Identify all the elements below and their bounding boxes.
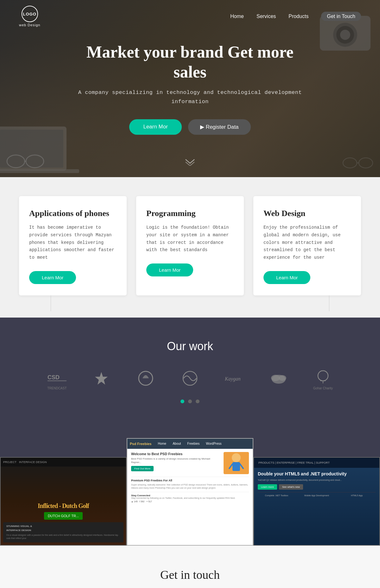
trendcast-icon: CSD [44, 369, 70, 385]
learn-more-phones-button[interactable]: Learn Mor [29, 271, 76, 284]
logo-subtitle: web Design [19, 23, 40, 27]
html5-buttons: Learn more See what's new [258, 484, 376, 490]
html5-tool-3: HTML5 App [338, 494, 376, 497]
svg-point-9 [26, 155, 44, 168]
screenshot-html5-content: Double your HTML5 and .NET productivity … [254, 468, 379, 500]
service-card-phones: Applications of phones It has become imp… [19, 196, 127, 295]
screenshot-inflicted-content: Inflicted - Dutch Golf DUTCH GOLF TR... … [1, 467, 126, 545]
html5-tool-1: Complete .NET Toolbox [258, 494, 295, 497]
screenshot-html5-inner: PRODUCTS | ENTERPRISE | FREE TRIAL | SUP… [254, 458, 379, 545]
divider-line-1 [51, 295, 51, 311]
dot-indicators [19, 399, 361, 403]
learn-more-programming-button[interactable]: Learn Mor [146, 263, 193, 276]
psd-freebies-row: Premium PSD Freebies For All Super amazi… [131, 477, 249, 490]
contact-title: Get in touch [19, 568, 361, 582]
service-card-programming: Programming Logic is the foundation! Obt… [136, 196, 244, 295]
svg-point-23 [318, 371, 328, 381]
svg-rect-27 [232, 462, 240, 471]
nav-item-home[interactable]: Home [230, 14, 244, 19]
logo-starfish [89, 370, 114, 388]
services-grid: Applications of phones It has become imp… [19, 196, 361, 295]
screenshot-inflicted-inner: PROJECT INTERFACE DESIGN Inflicted - Dut… [1, 458, 126, 545]
svg-line-29 [240, 464, 243, 468]
hero-subtitle: A company specializing in technology and… [71, 88, 309, 107]
svg-point-26 [232, 453, 241, 462]
screenshot-psd: Psd Freebies HomeAboutFreebiesWordPress … [127, 438, 253, 546]
work-section: Our work CSD TRENDCAST [0, 318, 380, 432]
dot-2[interactable] [188, 399, 192, 403]
service-title-programming: Programming [146, 209, 234, 218]
learn-more-webdesign-button[interactable]: Learn Mor [263, 271, 310, 284]
psd-text-area: Welcome to Best PSD Freebies Best PSD Fr… [131, 452, 220, 474]
svg-line-28 [229, 464, 232, 468]
cloudchef-icon [266, 370, 291, 386]
screenshot-inflicted-bar: PROJECT INTERFACE DESIGN [1, 458, 126, 467]
nav-links: Home Services Products Get in Touch [230, 14, 361, 19]
logo[interactable]: LOGO web Design [19, 6, 40, 27]
service-card-webdesign: Web Design Enjoy the professionalism of … [253, 196, 361, 295]
svg-point-22 [279, 375, 286, 381]
stay-connected-label: Stay Connected [131, 494, 249, 497]
services-lines [19, 295, 361, 311]
screenshot-inflicted: PROJECT INTERFACE DESIGN Inflicted - Dut… [0, 457, 127, 546]
psd-stay-connected: Stay Connected Stay connected by followi… [131, 494, 249, 503]
contact-subtitle: Our friend .. Do you have a query or a q… [19, 587, 361, 588]
svg-text:Kaygan: Kaygan [225, 376, 241, 382]
inflicted-tagline: Inflicted - Dutch Golf [38, 502, 89, 510]
portfolio-section: PROJECT INTERFACE DESIGN Inflicted - Dut… [0, 432, 380, 546]
screenshot-psd-bar: Psd Freebies HomeAboutFreebiesWordPress [127, 439, 253, 449]
hero-section: LOGO web Design Home Services Products G… [0, 0, 380, 177]
screenshot-psd-inner: Psd Freebies HomeAboutFreebiesWordPress … [127, 439, 253, 545]
social-counts: ▲ 145 f 392 + 517 [131, 500, 249, 503]
scroll-indicator [185, 158, 195, 168]
logo-gohar: Gohar Charity [310, 369, 336, 390]
work-title: Our work [19, 340, 361, 353]
service-title-webdesign: Web Design [263, 209, 351, 218]
psd-social-row: Stay Connected Stay connected by followi… [131, 492, 249, 503]
greencircle-icon [133, 370, 158, 386]
logo-trendcast: CSD TRENDCAST [44, 369, 70, 390]
logo-circle: LOGO [22, 6, 38, 22]
svg-point-8 [7, 155, 25, 168]
html5-whats-new-btn[interactable]: See what's new [279, 484, 303, 490]
logo-wave [177, 370, 203, 388]
kaygan-icon: Kaygan [222, 370, 247, 386]
inflicted-dutch-badge: DUTCH GOLF TR... [44, 512, 83, 520]
svg-marker-16 [95, 372, 108, 385]
starfish-icon [89, 370, 114, 386]
nav-item-products[interactable]: Products [288, 14, 308, 19]
learn-more-button[interactable]: Learn Mor [129, 119, 181, 135]
screenshot-html5: PRODUCTS | ENTERPRISE | FREE TRIAL | SUP… [253, 457, 380, 546]
svg-point-11 [343, 158, 357, 168]
service-desc-programming: Logic is the foundation! Obtain your sit… [146, 224, 234, 254]
psd-premium-desc: Super amazing, radically awesome: free c… [131, 483, 249, 490]
dot-1[interactable] [180, 399, 184, 403]
hero-buttons: Learn Mor ▶ Register Data [71, 119, 309, 135]
nav-item-get-in-touch[interactable]: Get in Touch [321, 14, 361, 19]
psd-premium-label: Premium PSD Freebies For All [131, 479, 249, 482]
service-desc-webdesign: Enjoy the professionalism of global and … [263, 224, 351, 262]
service-desc-phones: It has become imperative to provide serv… [29, 224, 117, 262]
logo-greencircle [133, 370, 158, 388]
html5-tool-2: Mobile App Development [298, 494, 336, 497]
screenshot-html5-bar: PRODUCTS | ENTERPRISE | FREE TRIAL | SUP… [254, 458, 379, 468]
svg-point-21 [271, 375, 280, 381]
html5-learn-btn[interactable]: Learn more [258, 484, 277, 490]
gohar-icon [310, 369, 336, 385]
stay-connected-desc: Stay connected by following us on Twitte… [131, 497, 249, 499]
services-section: Applications of phones It has become imp… [0, 177, 380, 318]
divider-line-2 [329, 295, 329, 311]
glasses-decoration-left [6, 152, 44, 171]
nav-item-services[interactable]: Services [256, 14, 276, 19]
psd-find-out-btn[interactable]: Find Out More [131, 466, 154, 471]
screenshots-container: PROJECT INTERFACE DESIGN Inflicted - Dut… [0, 432, 380, 546]
hero-title: Market your brand Get more sales [71, 42, 309, 82]
dot-3[interactable] [196, 399, 200, 403]
client-logos-row: CSD TRENDCAST [19, 369, 361, 390]
register-data-button[interactable]: ▶ Register Data [188, 119, 251, 135]
contact-section: Get in touch Our friend .. Do you have a… [0, 546, 380, 588]
hero-content: Market your brand Get more sales A compa… [71, 42, 309, 135]
service-title-phones: Applications of phones [29, 209, 117, 218]
wave-icon [177, 370, 203, 386]
psd-main-content: Welcome to Best PSD Freebies Best PSD Fr… [131, 452, 249, 474]
